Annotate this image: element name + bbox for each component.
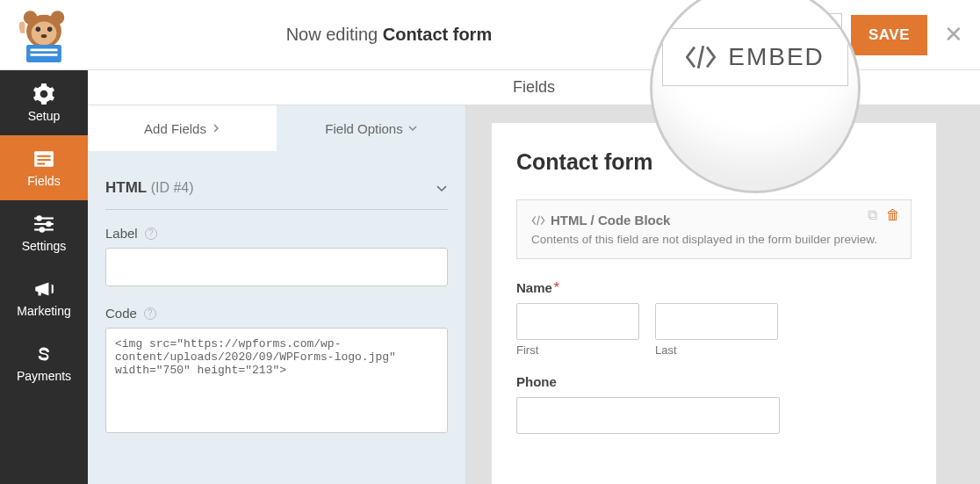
dollar-icon — [32, 343, 55, 365]
code-textarea[interactable]: <img src="https://wpforms.com/wp-content… — [105, 328, 448, 433]
chevron-down-icon — [436, 182, 448, 194]
sidebar-item-label: Payments — [17, 369, 71, 383]
preview-html-block[interactable]: ⧉ 🗑 HTML / Code Block Contents of this f… — [516, 199, 912, 259]
fields-icon — [32, 148, 55, 170]
sidebar-item-label: Setup — [28, 109, 61, 123]
duplicate-icon[interactable]: ⧉ — [868, 207, 877, 223]
sidebar-item-payments[interactable]: Payments — [0, 330, 88, 395]
svg-point-6 — [41, 33, 47, 37]
sidebar-item-settings[interactable]: Settings — [0, 200, 88, 265]
block-description: Contents of this field are not displayed… — [531, 233, 897, 246]
svg-point-4 — [36, 26, 41, 32]
sublabel-first: First — [516, 343, 639, 357]
sublabel-last: Last — [655, 343, 778, 357]
code-label: Code ? — [105, 306, 448, 321]
svg-point-2 — [51, 11, 65, 25]
tab-add-fields[interactable]: Add Fields — [88, 105, 277, 151]
last-name-input[interactable] — [655, 303, 778, 340]
megaphone-icon — [32, 278, 55, 300]
svg-point-1 — [24, 11, 38, 25]
page-title: Now editing Contact form — [88, 25, 690, 45]
label-input[interactable] — [105, 248, 448, 286]
sliders-icon — [32, 213, 55, 235]
svg-point-5 — [47, 26, 53, 32]
preview-name-field[interactable]: Name* First Last — [516, 280, 912, 357]
field-type-heading[interactable]: HTML (ID #4) — [105, 169, 448, 210]
code-icon — [531, 214, 545, 227]
sidebar-item-label: Settings — [22, 239, 67, 253]
svg-rect-9 — [31, 54, 58, 56]
svg-rect-13 — [37, 163, 45, 164]
help-icon[interactable]: ? — [145, 228, 157, 240]
sidebar-item-marketing[interactable]: Marketing — [0, 265, 88, 330]
sidebar-item-fields[interactable]: Fields — [0, 135, 88, 200]
brand-logo — [0, 0, 88, 70]
phone-input[interactable] — [516, 397, 780, 434]
chevron-right-icon — [212, 124, 220, 133]
sidebar-item-label: Marketing — [17, 304, 70, 318]
close-icon[interactable]: ✕ — [927, 21, 980, 48]
svg-point-19 — [40, 227, 46, 233]
first-name-input[interactable] — [516, 303, 639, 340]
chevron-down-icon — [408, 124, 417, 133]
svg-rect-12 — [37, 159, 50, 161]
svg-rect-8 — [31, 48, 58, 51]
svg-point-18 — [46, 221, 51, 228]
trash-icon[interactable]: 🗑 — [886, 207, 900, 223]
svg-point-17 — [36, 215, 42, 221]
preview-phone-field[interactable]: Phone — [516, 374, 912, 434]
field-options-panel: Add Fields Field Options HTML (ID #4) — [88, 105, 465, 484]
code-icon — [686, 46, 716, 69]
sidebar-item-setup[interactable]: Setup — [0, 70, 88, 135]
label-label: Label ? — [105, 226, 448, 241]
tab-field-options[interactable]: Field Options — [277, 105, 465, 151]
gear-icon — [32, 83, 55, 105]
help-icon[interactable]: ? — [144, 307, 156, 320]
sidebar-item-label: Fields — [27, 174, 60, 188]
svg-rect-11 — [37, 155, 50, 157]
save-button[interactable]: SAVE — [851, 15, 927, 55]
svg-point-3 — [32, 21, 57, 45]
sidebar: Setup Fields Settings Marketing Payments — [0, 70, 88, 484]
